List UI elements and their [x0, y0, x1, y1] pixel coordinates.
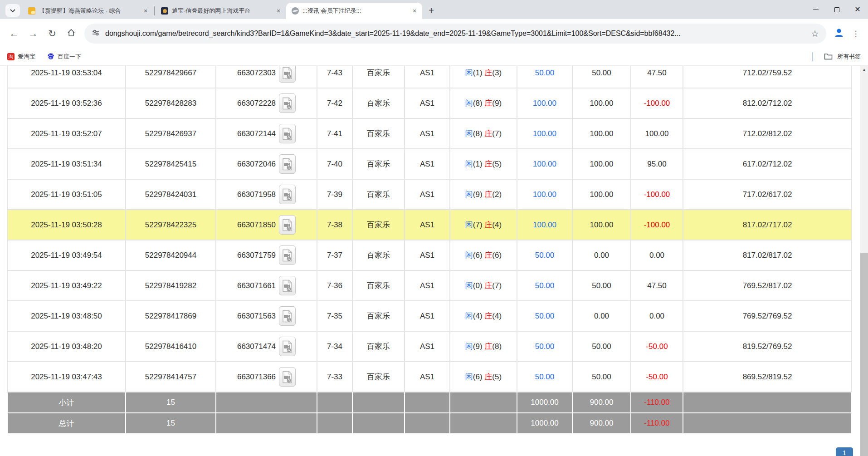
tab-divider — [154, 6, 155, 15]
video-replay-button[interactable] — [279, 367, 296, 387]
game-no-cell: 663071661 — [216, 270, 317, 301]
video-replay-button[interactable] — [279, 185, 296, 204]
tune-icon[interactable] — [92, 29, 100, 39]
back-button[interactable]: ← — [5, 24, 24, 43]
result-cell: 闲(7) 庄(4) — [450, 210, 517, 240]
close-window-button[interactable]: ✕ — [847, 0, 868, 19]
bookmark-star-icon[interactable]: ☆ — [811, 28, 819, 39]
player-points: (7) — [473, 221, 485, 229]
video-replay-button[interactable] — [279, 276, 296, 295]
video-replay-button[interactable] — [279, 124, 296, 143]
banker-label: 庄 — [484, 342, 492, 351]
player-points: (6) — [473, 373, 485, 381]
bet-amount-cell[interactable]: 50.00 — [517, 66, 572, 88]
close-icon[interactable]: × — [141, 7, 150, 15]
table-no-cell: 7-42 — [317, 88, 352, 118]
forward-button[interactable]: → — [24, 24, 43, 43]
player-points: (4) — [473, 312, 485, 320]
video-replay-button[interactable] — [279, 245, 296, 265]
game-name-cell: 百家乐 — [352, 118, 405, 149]
vertical-scrollbar[interactable]: ▲ — [860, 66, 868, 456]
valid-bet-cell: 100.00 — [572, 179, 631, 210]
station-cell: AS1 — [405, 331, 450, 362]
bet-amount-cell[interactable]: 100.00 — [517, 179, 572, 210]
video-replay-button[interactable] — [279, 215, 296, 235]
player-label: 闲 — [465, 373, 473, 381]
tab-tongbao[interactable]: 通宝-信誉最好的网上游戏平台 × — [156, 3, 286, 19]
table-no-cell: 7-36 — [317, 270, 352, 301]
home-button[interactable] — [62, 24, 81, 43]
summary-bet-cell: 1000.00 — [517, 392, 572, 413]
win-loss-cell: -100.00 — [631, 210, 683, 240]
pagination-page-button[interactable]: 1 — [836, 447, 853, 456]
summary-winloss-cell: -110.00 — [631, 413, 683, 434]
bet-amount-cell[interactable]: 50.00 — [517, 301, 572, 331]
banker-points: (7) — [492, 129, 502, 138]
station-cell: AS1 — [405, 88, 450, 118]
bet-amount-cell[interactable]: 50.00 — [517, 362, 572, 392]
forum-yellow-icon — [28, 7, 35, 15]
new-tab-button[interactable]: + — [425, 4, 438, 17]
balance-cell: 717.02/617.02 — [683, 179, 852, 210]
balance-cell: 817.02/817.02 — [683, 240, 852, 270]
banker-label: 庄 — [484, 312, 492, 320]
bet-id-cell: 522978425415 — [126, 149, 216, 179]
game-no-cell: 663072228 — [216, 88, 317, 118]
bet-amount-cell[interactable]: 100.00 — [517, 88, 572, 118]
home-icon — [67, 28, 76, 39]
bookmark-taobao[interactable]: 淘 爱淘宝 — [7, 53, 35, 61]
url-text[interactable]: dongshouji.com/game/betrecord_search/kin… — [105, 29, 806, 38]
result-cell: 闲(8) 庄(9) — [450, 88, 517, 118]
bet-amount-cell[interactable]: 100.00 — [517, 149, 572, 179]
bet-amount-cell[interactable]: 50.00 — [517, 331, 572, 362]
close-icon[interactable]: × — [410, 7, 419, 15]
player-label: 闲 — [465, 99, 473, 108]
bet-amount-cell[interactable]: 50.00 — [517, 240, 572, 270]
bet-amount-cell[interactable]: 50.00 — [517, 270, 572, 301]
table-no-cell: 7-41 — [317, 118, 352, 149]
bet-record-row: 2025-11-19 03:51:34 522978425415 6630720… — [7, 149, 852, 179]
tab-list-chevron-button[interactable] — [5, 4, 20, 17]
player-label: 闲 — [465, 281, 473, 290]
station-cell: AS1 — [405, 301, 450, 331]
balance-cell: 769.52/769.52 — [683, 301, 852, 331]
bet-time-cell: 2025-11-19 03:52:36 — [7, 88, 126, 118]
bet-amount-cell[interactable]: 100.00 — [517, 210, 572, 240]
win-loss-cell: -100.00 — [631, 179, 683, 210]
maximize-icon — [834, 7, 839, 12]
maximize-button[interactable] — [826, 0, 847, 19]
video-replay-button[interactable] — [279, 306, 296, 326]
reload-button[interactable]: ↻ — [43, 24, 62, 43]
bookmark-baidu[interactable]: du 百度一下 — [47, 53, 81, 61]
tab-forum[interactable]: 【新提醒】海燕策略论坛 - 综合 × — [23, 3, 153, 19]
game-no-cell: 663072303 — [216, 66, 317, 88]
bet-id-cell: 522978424031 — [126, 179, 216, 210]
tab-bet-records-active[interactable]: :::视讯 会员下注纪录::: × — [286, 3, 422, 19]
minimize-button[interactable] — [805, 0, 826, 19]
balance-cell: 769.52/817.02 — [683, 270, 852, 301]
video-replay-button[interactable] — [279, 66, 296, 83]
player-label: 闲 — [465, 69, 473, 77]
banker-label: 庄 — [484, 160, 492, 168]
url-bar[interactable]: dongshouji.com/game/betrecord_search/kin… — [84, 24, 826, 44]
video-replay-button[interactable] — [279, 337, 296, 356]
station-cell: AS1 — [405, 66, 450, 88]
menu-button[interactable]: ⋮ — [848, 25, 863, 43]
close-icon[interactable]: × — [274, 7, 283, 15]
player-points: (1) — [473, 160, 485, 168]
bet-id-cell: 522978420944 — [126, 240, 216, 270]
bet-amount-cell[interactable]: 100.00 — [517, 118, 572, 149]
scrollbar-thumb[interactable] — [860, 253, 868, 456]
video-replay-button[interactable] — [279, 93, 296, 113]
summary-valid-cell: 900.00 — [572, 413, 631, 434]
profile-avatar[interactable] — [830, 25, 848, 43]
summary-label-cell: 总计 — [7, 413, 126, 434]
scroll-up-arrow-icon[interactable]: ▲ — [860, 66, 868, 74]
all-bookmarks[interactable]: 所有书签 — [812, 52, 861, 61]
film-document-icon — [282, 97, 293, 110]
bet-time-cell: 2025-11-19 03:53:04 — [7, 66, 126, 88]
station-cell: AS1 — [405, 118, 450, 149]
back-arrow-icon: ← — [10, 28, 19, 39]
game-no: 663071366 — [237, 373, 276, 382]
video-replay-button[interactable] — [279, 154, 296, 174]
